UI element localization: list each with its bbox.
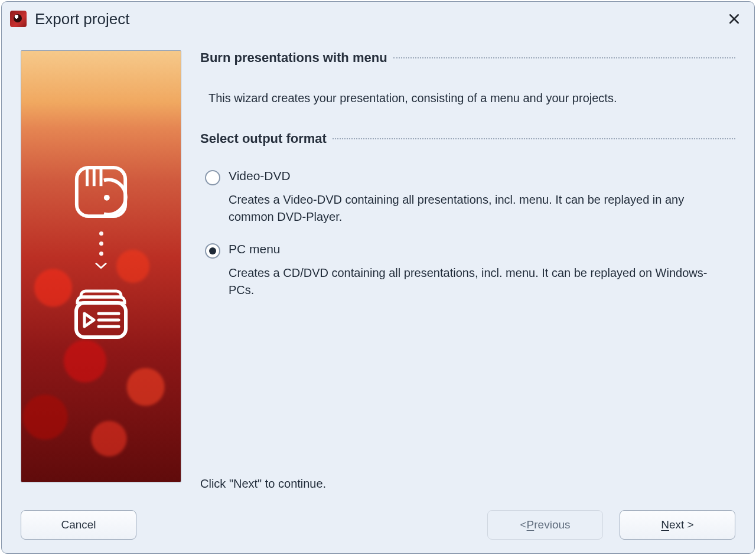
option-pc-menu-label: PC menu (229, 242, 281, 256)
section-format-title: Select output format (200, 131, 327, 146)
cancel-button[interactable]: Cancel (21, 510, 136, 540)
option-video-dvd[interactable]: Video-DVD (205, 169, 735, 185)
next-button[interactable]: Next > (620, 510, 735, 540)
burn-intro-text: This wizard creates your presentation, c… (208, 92, 735, 105)
option-video-dvd-label: Video-DVD (229, 169, 291, 183)
chevron-down-icon (94, 262, 107, 270)
presentation-stack-icon (71, 284, 131, 343)
radio-pc-menu[interactable] (205, 243, 220, 259)
wizard-side-image (21, 50, 181, 482)
dialog-footer: Cancel < Previous Next > (2, 497, 754, 553)
disc-icon (72, 163, 130, 221)
option-video-dvd-desc: Creates a Video-DVD containing all prese… (229, 191, 713, 226)
previous-button[interactable]: < Previous (487, 510, 603, 540)
section-burn-header: Burn presentations with menu (200, 50, 735, 66)
wizard-content: Burn presentations with menu This wizard… (200, 50, 735, 497)
close-icon[interactable] (724, 8, 745, 30)
dialog-title: Export project (35, 10, 724, 28)
app-icon (10, 11, 27, 27)
section-format-header: Select output format (200, 131, 735, 146)
radio-video-dvd[interactable] (205, 170, 220, 185)
svg-point-4 (104, 195, 110, 201)
option-pc-menu-desc: Creates a CD/DVD containing all presenta… (229, 265, 713, 299)
option-pc-menu[interactable]: PC menu (205, 242, 735, 259)
titlebar: Export project (2, 2, 754, 36)
export-project-dialog: Export project (1, 1, 755, 554)
section-burn-title: Burn presentations with menu (200, 50, 387, 66)
continue-hint: Click "Next" to continue. (200, 477, 735, 491)
